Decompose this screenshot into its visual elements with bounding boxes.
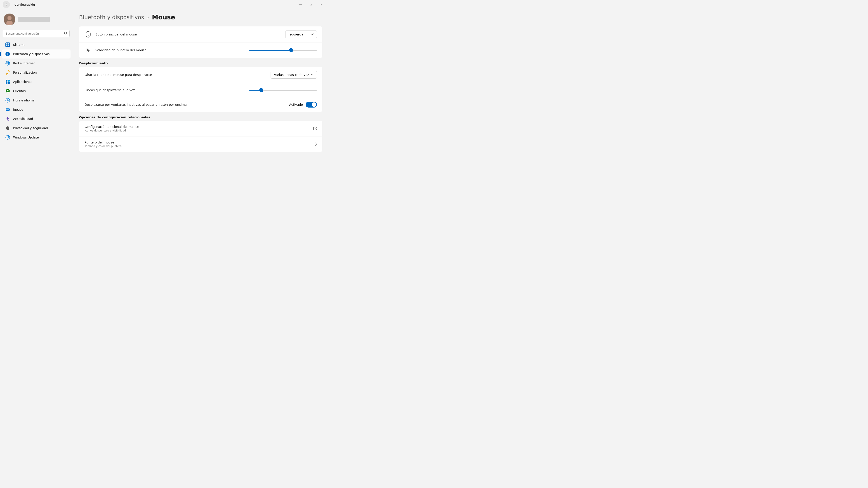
- girar-rueda-dropdown[interactable]: Varias líneas cada vez: [271, 71, 317, 78]
- sidebar-label-accesibilidad: Accesibilidad: [13, 117, 33, 121]
- toggle-thumb: [312, 102, 316, 107]
- sidebar-label-personalizacion: Personalización: [13, 71, 37, 74]
- bluetooth-icon: ᛒ: [5, 52, 10, 56]
- main-settings-card: Botón principal del mouse Izquierda: [79, 26, 322, 58]
- svg-rect-5: [5, 42, 10, 47]
- svg-point-30: [7, 100, 8, 101]
- search-box: [3, 30, 70, 37]
- sidebar-label-juegos: Juegos: [13, 108, 23, 111]
- sidebar-item-sistema[interactable]: Sistema: [2, 40, 70, 49]
- avatar: [4, 13, 16, 25]
- accesibilidad-icon: [5, 117, 10, 121]
- lineas-desplazarse-label: Líneas que desplazarse a la vez: [85, 88, 249, 92]
- minimize-button[interactable]: —: [295, 1, 306, 8]
- svg-rect-22: [6, 82, 7, 84]
- back-button[interactable]: [3, 1, 10, 8]
- titlebar-left: Configuración: [3, 1, 35, 8]
- boton-principal-row: Botón principal del mouse Izquierda: [79, 26, 322, 42]
- svg-point-34: [8, 109, 8, 109]
- boton-principal-dropdown[interactable]: Izquierda: [285, 31, 317, 38]
- svg-point-1: [7, 16, 11, 20]
- app-body: Sistema ᛒ Bluetooth y dispositivos: [0, 9, 329, 188]
- svg-rect-31: [6, 108, 10, 111]
- personalizacion-icon: [5, 70, 10, 75]
- external-link-icon: [313, 127, 317, 130]
- sidebar-item-aplicaciones[interactable]: Aplicaciones: [2, 77, 70, 86]
- sidebar-item-accesibilidad[interactable]: Accesibilidad: [2, 114, 70, 123]
- breadcrumb-separator: >: [146, 15, 150, 20]
- velocidad-slider-track[interactable]: [249, 50, 317, 51]
- svg-point-2: [6, 21, 13, 25]
- sidebar-item-update[interactable]: Windows Update: [2, 133, 70, 142]
- sidebar: Sistema ᛒ Bluetooth y dispositivos: [0, 9, 72, 188]
- sidebar-item-privacidad[interactable]: Privacidad y seguridad: [2, 124, 70, 133]
- ventanas-inactivas-control: Activado: [289, 102, 317, 107]
- sidebar-label-cuentas: Cuentas: [13, 89, 26, 93]
- content-area: Bluetooth y dispositivos > Mouse: [72, 9, 329, 188]
- lineas-slider-track[interactable]: [249, 90, 317, 91]
- desplazamiento-card: Girar la rueda del mouse para desplazars…: [79, 67, 322, 112]
- svg-text:ᛒ: ᛒ: [7, 53, 8, 56]
- config-adicional-row[interactable]: Configuración adicional del mouse Iconos…: [79, 121, 322, 136]
- maximize-button[interactable]: □: [306, 1, 316, 8]
- toggle-label: Activado: [289, 103, 303, 106]
- sidebar-label-update: Windows Update: [13, 135, 39, 139]
- svg-line-40: [8, 120, 8, 121]
- svg-point-25: [7, 90, 8, 92]
- sidebar-label-privacidad: Privacidad y seguridad: [13, 126, 48, 130]
- boton-principal-control: Izquierda: [285, 31, 317, 38]
- ventanas-inactivas-label: Desplazarse por ventanas inactivas al pa…: [85, 103, 289, 106]
- section-desplazamiento: Desplazamiento: [79, 61, 322, 65]
- svg-point-19: [6, 73, 7, 74]
- red-icon: [5, 61, 10, 66]
- user-profile: [0, 11, 72, 30]
- search-input[interactable]: [3, 30, 70, 37]
- privacidad-icon: [5, 126, 10, 130]
- dropdown-value: Izquierda: [289, 33, 303, 36]
- svg-rect-21: [8, 80, 10, 82]
- breadcrumb-parent[interactable]: Bluetooth y dispositivos: [79, 14, 144, 21]
- sidebar-item-red[interactable]: Red e Internet: [2, 59, 70, 68]
- svg-rect-7: [8, 43, 9, 44]
- avatar-image: [4, 13, 16, 25]
- sidebar-label-red: Red e Internet: [13, 61, 35, 65]
- svg-rect-6: [6, 43, 7, 44]
- velocidad-puntero-row: Velocidad de puntero del mouse: [79, 42, 322, 58]
- puntero-mouse-sublabel: Tamaño y color del puntero: [85, 144, 315, 148]
- user-name-placeholder: [18, 17, 50, 22]
- chevron-down-icon-2: [311, 74, 313, 76]
- section-relacionadas: Opciones de configuración relacionadas: [79, 116, 322, 119]
- titlebar: Configuración — □ ✕: [0, 0, 329, 9]
- puntero-mouse-row[interactable]: Puntero del mouse Tamaño y color del pun…: [79, 136, 322, 152]
- lineas-slider-thumb[interactable]: [259, 88, 264, 92]
- svg-point-35: [8, 109, 9, 110]
- lineas-desplazarse-row: Líneas que desplazarse a la vez: [79, 83, 322, 97]
- settings-window: Configuración — □ ✕: [0, 0, 329, 188]
- lineas-slider-container: [249, 90, 317, 91]
- sidebar-nav: Sistema ᛒ Bluetooth y dispositivos: [0, 40, 72, 142]
- breadcrumb: Bluetooth y dispositivos > Mouse: [79, 13, 322, 21]
- girar-rueda-label: Girar la rueda del mouse para desplazars…: [85, 73, 271, 76]
- hora-icon: [5, 98, 10, 103]
- chevron-down-icon: [311, 33, 313, 35]
- puntero-mouse-label: Puntero del mouse: [85, 140, 315, 144]
- ventanas-inactivas-row: Desplazarse por ventanas inactivas al pa…: [79, 97, 322, 112]
- velocidad-slider-container: [249, 50, 317, 51]
- girar-rueda-control: Varias líneas cada vez: [271, 71, 317, 78]
- close-button[interactable]: ✕: [316, 1, 327, 8]
- sidebar-item-bluetooth[interactable]: ᛒ Bluetooth y dispositivos: [2, 50, 70, 59]
- chevron-control: [315, 142, 317, 146]
- ventanas-inactivas-toggle[interactable]: [306, 102, 317, 107]
- config-adicional-label: Configuración adicional del mouse: [85, 125, 313, 129]
- sidebar-item-juegos[interactable]: Juegos: [2, 105, 70, 114]
- relacionadas-card: Configuración adicional del mouse Iconos…: [79, 121, 322, 152]
- sidebar-item-cuentas[interactable]: Cuentas: [2, 87, 70, 96]
- svg-rect-8: [6, 45, 7, 46]
- velocidad-slider-thumb[interactable]: [289, 48, 293, 52]
- mouse-icon: [85, 31, 92, 38]
- cursor-icon: [85, 46, 92, 54]
- sidebar-item-hora[interactable]: Hora e idioma: [2, 96, 70, 105]
- sidebar-item-personalizacion[interactable]: Personalización: [2, 68, 70, 77]
- girar-dropdown-value: Varias líneas cada vez: [274, 73, 309, 76]
- chevron-right-icon: [315, 142, 317, 146]
